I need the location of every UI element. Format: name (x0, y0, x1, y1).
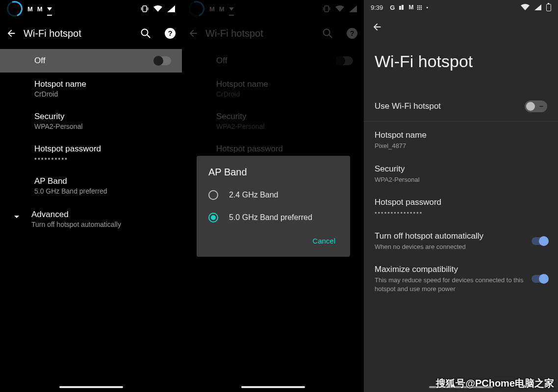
row-value: 5.0 GHz Band preferred (34, 187, 182, 195)
toggle-label: Off (216, 56, 227, 66)
toggle-switch-off (336, 56, 353, 65)
download-icon (229, 7, 234, 11)
svg-point-17 (419, 5, 420, 6)
back-arrow-icon[interactable] (6, 28, 17, 39)
password-row[interactable]: Hotspot password •••••••••• (0, 137, 182, 170)
compat-row[interactable]: Maximize compatibility This may reduce s… (364, 258, 558, 300)
wifi-icon (153, 5, 162, 12)
radio-checked-icon (208, 213, 218, 222)
radio-label: 2.4 GHz Band (229, 191, 279, 199)
vibrate-icon (323, 5, 330, 12)
row-label: Turn off hotspot automatically (375, 231, 524, 241)
svg-point-21 (421, 7, 422, 8)
hotspot-master-toggle-row: Off (182, 49, 364, 73)
svg-rect-7 (325, 6, 329, 12)
signal-icon (534, 4, 541, 10)
row-value: ••••••••••••••• (375, 209, 547, 218)
hotspot-name-row[interactable]: Hotspot name Pixel_4877 (364, 123, 558, 157)
radio-option-2-4ghz[interactable]: 2.4 GHz Band (201, 184, 346, 206)
status-bar: M M (0, 0, 182, 18)
hotspot-name-row[interactable]: Hotspot name CrDroid (0, 73, 182, 105)
row-label: Hotspot name (34, 79, 182, 89)
status-bar: M M (182, 0, 364, 18)
clock: 9:39 (371, 4, 383, 11)
auto-off-row[interactable]: Turn off hotspot automatically When no d… (364, 224, 558, 258)
svg-point-24 (421, 8, 422, 9)
row-label: Hotspot password (34, 144, 182, 154)
musickey-icon (399, 4, 405, 10)
svg-point-20 (419, 7, 420, 8)
back-arrow-icon[interactable] (188, 28, 199, 39)
row-label: Security (216, 112, 364, 122)
row-label: AP Band (34, 176, 182, 186)
ap-band-row[interactable]: AP Band 5.0 GHz Band preferred (0, 170, 182, 202)
svg-text:?: ? (350, 29, 354, 37)
radio-unchecked-icon (208, 190, 218, 200)
back-button[interactable] (364, 15, 558, 32)
toggle-label: Off (34, 56, 45, 66)
row-value: CrDroid (34, 90, 182, 98)
row-label: Security (34, 112, 182, 122)
row-label: Hotspot password (216, 144, 364, 154)
security-row[interactable]: Security WPA2-Personal (364, 157, 558, 191)
page-title: Wi-Fi hotspot (205, 28, 315, 39)
watermark-text: 搜狐号@PChome电脑之家 (436, 377, 554, 390)
row-value: WPA2-Personal (216, 122, 364, 130)
svg-point-19 (417, 7, 418, 8)
phone-screenshot-1: M M Wi-Fi hotspot ? Off Hotspot name CrD… (0, 0, 182, 392)
use-hotspot-row[interactable]: Use Wi-Fi hotspot (364, 94, 558, 119)
loading-spinner-icon (4, 0, 25, 19)
svg-point-10 (324, 29, 330, 36)
wifi-icon (335, 5, 344, 12)
radio-option-5ghz[interactable]: 5.0 GHz Band preferred (201, 206, 346, 229)
security-row: Security WPA2-Personal (182, 105, 364, 137)
dialog-title: AP Band (201, 167, 346, 184)
status-bar: 9:39 G M • (364, 0, 558, 15)
nav-pill[interactable] (59, 386, 123, 388)
svg-rect-14 (399, 6, 401, 10)
gmail-icon: M (37, 5, 42, 13)
phone-screenshot-2: M M Wi-Fi hotspot ? Off Hotspot name CrD… (182, 0, 364, 392)
toggle-switch-off[interactable] (154, 56, 171, 65)
vibrate-icon (141, 5, 149, 12)
row-label: Security (375, 164, 547, 174)
row-sub: This may reduce speed for devices connec… (375, 276, 524, 293)
security-row[interactable]: Security WPA2-Personal (0, 105, 182, 137)
search-icon[interactable] (322, 27, 333, 39)
row-label: Advanced (31, 210, 121, 220)
google-icon: G (390, 4, 395, 11)
signal-icon (167, 5, 175, 12)
svg-line-4 (147, 35, 150, 38)
app-bar: Wi-Fi hotspot ? (182, 18, 364, 49)
toggle-switch-off[interactable] (525, 100, 547, 112)
search-icon[interactable] (140, 27, 152, 39)
ap-band-dialog: AP Band 2.4 GHz Band 5.0 GHz Band prefer… (197, 156, 350, 257)
svg-point-18 (421, 5, 422, 6)
help-icon[interactable]: ? (346, 27, 358, 39)
phone-screenshot-3: 9:39 G M • Wi-Fi hotspot Use Wi-Fi hotsp… (364, 0, 558, 392)
row-value: CrDroid (216, 90, 364, 98)
svg-point-16 (417, 5, 418, 6)
toggle-switch-on[interactable] (532, 275, 547, 283)
row-value: •••••••••• (34, 155, 182, 163)
nav-pill[interactable] (241, 386, 305, 388)
help-icon[interactable]: ? (164, 27, 176, 39)
row-label: Hotspot name (375, 130, 547, 140)
hotspot-master-toggle-row[interactable]: Off (0, 49, 182, 73)
row-sub: Turn off hotspot automatically (31, 220, 121, 228)
toggle-switch-on[interactable] (532, 237, 547, 245)
password-row[interactable]: Hotspot password ••••••••••••••• (364, 191, 558, 224)
radio-label: 5.0 GHz Band preferred (229, 213, 312, 222)
app-bar: Wi-Fi hotspot ? (0, 18, 182, 49)
svg-point-23 (419, 8, 420, 9)
svg-rect-0 (143, 6, 147, 12)
svg-rect-15 (402, 5, 404, 10)
advanced-expander-row[interactable]: Advanced Turn off hotspot automatically (0, 202, 182, 236)
password-row: Hotspot password (182, 137, 364, 154)
row-value: WPA2-Personal (375, 175, 547, 184)
three-screenshot-canvas: M M Wi-Fi hotspot ? Off Hotspot name CrD… (0, 0, 558, 392)
row-label: Hotspot password (375, 197, 547, 207)
cancel-button[interactable]: Cancel (308, 234, 339, 248)
gmail-icon: M (219, 5, 224, 13)
download-icon (47, 7, 52, 11)
